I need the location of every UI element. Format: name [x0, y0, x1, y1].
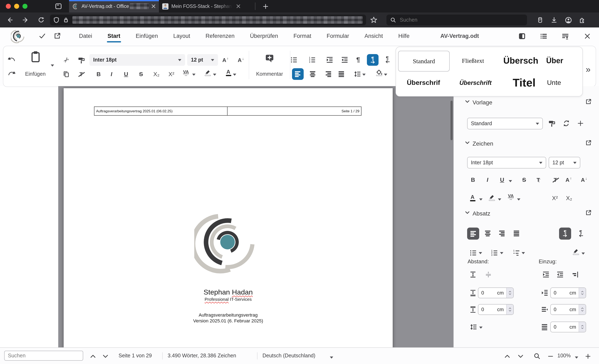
- menu-ansicht[interactable]: Ansicht: [364, 30, 384, 42]
- space-above-input[interactable]: 0cm: [478, 287, 514, 298]
- sidebar-line-spacing-caret[interactable]: [479, 327, 483, 330]
- lock-icon[interactable]: [63, 17, 69, 23]
- sidebar-highlight-button[interactable]: [486, 192, 497, 203]
- sidebar-align-center-button[interactable]: [483, 228, 493, 239]
- sidebar-subscript-button[interactable]: X₂: [564, 193, 574, 204]
- style-ueberschrift-1[interactable]: Übersch: [496, 51, 545, 71]
- style-untertitel[interactable]: Unte: [547, 72, 580, 93]
- clone-formatting-icon[interactable]: [76, 54, 87, 65]
- sidebar-outline-list-icon[interactable]: 1: [511, 248, 522, 258]
- browser-tab-active[interactable]: AV-Vertrag.odt - Office @ Hada: [69, 0, 159, 12]
- document-search-box[interactable]: [4, 351, 83, 361]
- numbered-list-caret[interactable]: [500, 252, 503, 256]
- paragraph-highlight-caret[interactable]: [581, 252, 585, 256]
- paste-button[interactable]: Einfügen: [22, 71, 49, 77]
- new-style-plus-icon[interactable]: [575, 118, 586, 129]
- indent-after-input[interactable]: 0cm: [550, 321, 586, 332]
- line-spacing-caret[interactable]: [362, 74, 366, 77]
- page-header-left-cell[interactable]: Auftragsverarbeitungsvertrag 2025.01 (06…: [94, 107, 228, 116]
- space-below-input[interactable]: 0cm: [478, 304, 514, 315]
- shrink-font-button[interactable]: A↓: [235, 54, 246, 65]
- forward-button[interactable]: [19, 14, 32, 26]
- style-ueberschrift-4[interactable]: Überschrift: [450, 72, 500, 93]
- style-titel[interactable]: Titel: [502, 72, 546, 93]
- copy-icon[interactable]: [61, 69, 71, 80]
- language-caret[interactable]: [330, 356, 333, 360]
- paste-icon[interactable]: [29, 50, 42, 64]
- spinner-buttons[interactable]: [506, 288, 513, 298]
- zoom-level-caret[interactable]: [575, 356, 578, 360]
- redo-button[interactable]: [6, 69, 17, 80]
- sidebar-font-name-caret[interactable]: [539, 162, 542, 165]
- sidebar-font-color-button[interactable]: A: [467, 193, 478, 204]
- sidebar-align-right-button[interactable]: [497, 228, 508, 239]
- zeichen-external-icon[interactable]: [585, 140, 591, 146]
- bullet-list-icon[interactable]: [288, 54, 299, 65]
- character-spacing-caret[interactable]: [192, 74, 195, 77]
- paragraph-spacing-icon[interactable]: [467, 269, 478, 280]
- document-canvas[interactable]: Auftragsverarbeitungsvertrag 2025.01 (06…: [58, 86, 453, 348]
- browser-tab-inactive[interactable]: Mein FOSS-Stack - Stephan Ha: [159, 0, 251, 12]
- close-window-button[interactable]: [6, 4, 11, 9]
- url-bar[interactable]: [50, 15, 366, 25]
- sidebar-font-color-caret[interactable]: [479, 198, 483, 202]
- menu-referenzen[interactable]: Referenzen: [205, 30, 235, 42]
- sidebar-ltr-button[interactable]: ¶: [559, 228, 571, 240]
- highlight-color-button[interactable]: [202, 67, 213, 78]
- style-fliesstext[interactable]: Fließtext: [450, 51, 495, 71]
- style-ueberschrift-2[interactable]: Über: [546, 51, 580, 71]
- page-header-right-cell[interactable]: Seite 1 / 29: [227, 107, 361, 116]
- menu-start[interactable]: Start: [107, 30, 121, 42]
- sidebar-strikethrough-button[interactable]: S: [519, 174, 529, 185]
- sidebar-font-size-combo[interactable]: 12 pt: [549, 157, 580, 169]
- shield-icon[interactable]: [53, 17, 60, 23]
- menu-ueberpruefen[interactable]: Überprüfen: [249, 30, 279, 42]
- sidebar-bold-button[interactable]: B: [467, 174, 478, 185]
- sidebar-bullet-list-icon[interactable]: [467, 248, 478, 258]
- page-info-text[interactable]: Seite 1 von 29: [119, 353, 152, 359]
- style-standard[interactable]: Standard: [398, 51, 450, 71]
- sidebar-paragraph-highlight-button[interactable]: [570, 246, 581, 257]
- sidebar-numbered-list-icon[interactable]: 123: [489, 248, 500, 258]
- rtl-direction-button[interactable]: ¶: [382, 54, 393, 65]
- paste-dropdown-caret[interactable]: [51, 64, 54, 68]
- undo-button[interactable]: [6, 54, 17, 65]
- decrease-indent-icon[interactable]: [339, 54, 350, 65]
- menu-formular[interactable]: Formular: [326, 30, 350, 42]
- indent-before-text-icon[interactable]: [539, 287, 550, 298]
- browser-search-field[interactable]: [387, 15, 527, 25]
- menu-format[interactable]: Format: [293, 30, 312, 42]
- sidebar-rtl-button[interactable]: ¶: [575, 228, 586, 239]
- indent-before-input[interactable]: 0cm: [550, 287, 586, 298]
- word-count-text[interactable]: 3.490 Wörter, 28.386 Zeichen: [168, 353, 236, 359]
- sidebar-font-size-caret[interactable]: [573, 162, 577, 165]
- toc-list-icon[interactable]: [538, 31, 549, 41]
- paragraph-style-combo[interactable]: Standard: [467, 118, 543, 129]
- scroll-down-icon[interactable]: [516, 352, 525, 361]
- reload-button[interactable]: [35, 14, 47, 26]
- sidebar-justify-button[interactable]: [511, 228, 522, 239]
- more-styles-chevron[interactable]: »: [586, 64, 590, 74]
- document-page[interactable]: Auftragsverarbeitungsvertrag 2025.01 (06…: [64, 88, 393, 348]
- increase-indent-icon[interactable]: [324, 54, 335, 65]
- einzug-right-border-icon[interactable]: [570, 269, 581, 280]
- sidebar-underline-button[interactable]: U: [497, 174, 508, 185]
- highlight-color-caret[interactable]: [213, 74, 216, 77]
- zoom-level-text[interactable]: 100%: [557, 353, 571, 359]
- comment-button[interactable]: Kommentar: [251, 71, 288, 77]
- section-zeichen-title[interactable]: Zeichen: [473, 140, 493, 147]
- font-name-caret[interactable]: [178, 59, 181, 62]
- indent-after-text-icon[interactable]: [539, 321, 550, 332]
- bullet-list-caret[interactable]: [479, 252, 482, 256]
- sidebar-toggle-icon[interactable]: [517, 31, 528, 41]
- space-below-paragraph-icon[interactable]: [467, 304, 478, 315]
- collapse-chevron-icon[interactable]: [465, 141, 470, 144]
- search-next-icon[interactable]: [101, 352, 110, 361]
- style-ueberschrift-3[interactable]: Überschrif: [398, 72, 449, 93]
- ltr-direction-button[interactable]: ¶: [367, 54, 379, 66]
- zoom-out-icon[interactable]: [546, 352, 555, 361]
- tab-overview-icon[interactable]: [53, 1, 64, 11]
- spinner-buttons[interactable]: [579, 288, 586, 298]
- tab-close-icon[interactable]: [151, 4, 156, 8]
- clear-formatting-icon[interactable]: T: [76, 69, 87, 80]
